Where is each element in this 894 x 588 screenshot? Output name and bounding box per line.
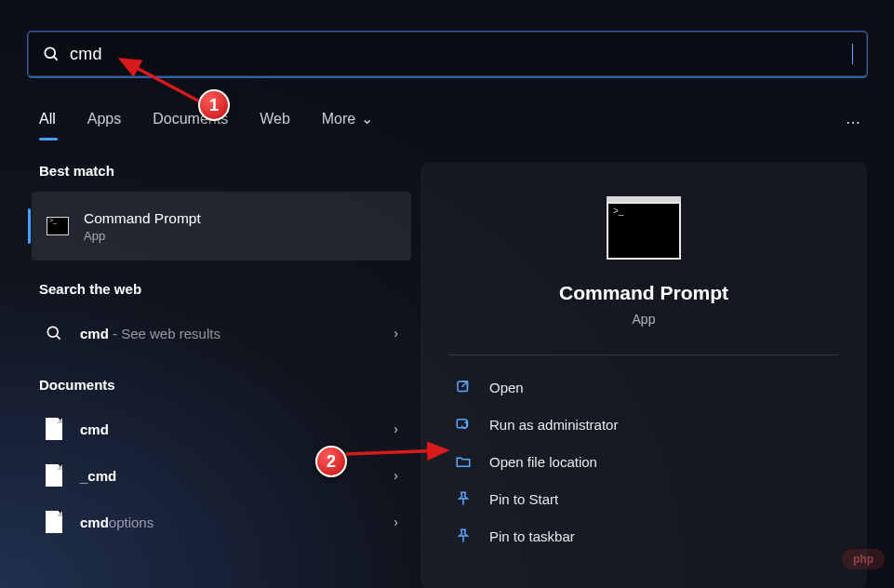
action-label: Run as administrator [489, 417, 618, 433]
preview-terminal-icon [607, 202, 681, 260]
web-result-bold: cmd [80, 326, 109, 341]
chevron-right-icon: › [394, 514, 398, 529]
folder-icon [454, 452, 473, 471]
tab-all[interactable]: All [39, 111, 56, 140]
terminal-icon [45, 213, 71, 239]
watermark: php [842, 549, 885, 569]
open-icon [454, 378, 473, 396]
svg-line-3 [57, 336, 60, 340]
section-documents: Documents [39, 377, 411, 393]
preview-pane: Command Prompt App Open Run as administr… [420, 163, 867, 588]
tab-web[interactable]: Web [260, 111, 290, 140]
chevron-right-icon: › [394, 468, 398, 483]
chevron-down-icon: ⌄ [361, 111, 373, 127]
doc-result-rest: options [109, 514, 153, 530]
svg-line-8 [121, 60, 205, 104]
shield-admin-icon [454, 415, 473, 434]
pin-icon [454, 527, 473, 545]
action-pin-taskbar[interactable]: Pin to taskbar [448, 517, 839, 555]
preview-title: Command Prompt [448, 282, 839, 304]
action-open-file-location[interactable]: Open file location [448, 443, 839, 480]
action-label: Pin to Start [489, 491, 558, 507]
chevron-right-icon: › [394, 326, 398, 341]
annotation-marker-1: 1 [198, 89, 230, 121]
doc-result-bold: cmd [87, 468, 116, 484]
action-run-as-admin[interactable]: Run as administrator [448, 406, 839, 443]
svg-point-0 [45, 47, 55, 58]
annotation-arrow-2 [342, 445, 454, 463]
web-search-result[interactable]: cmd - See web results › [28, 310, 411, 356]
text-cursor [852, 44, 853, 64]
section-search-web: Search the web [39, 281, 411, 297]
best-match-title: Command Prompt [84, 210, 398, 227]
doc-result-bold: cmd [80, 421, 109, 437]
search-icon [41, 320, 67, 346]
file-icon [41, 509, 67, 535]
svg-line-9 [346, 450, 447, 454]
file-icon [41, 416, 67, 442]
action-label: Open [489, 380, 524, 395]
section-best-match: Best match [39, 163, 411, 179]
web-result-rest: - See web results [109, 326, 220, 341]
doc-result-bold: cmd [80, 514, 109, 530]
search-icon [42, 45, 60, 63]
document-result[interactable]: cmdoptions › [28, 499, 411, 545]
best-match-subtitle: App [84, 229, 398, 243]
overflow-menu-icon[interactable]: ⋯ [846, 114, 862, 131]
divider [448, 354, 839, 355]
file-icon [41, 462, 67, 488]
action-open[interactable]: Open [448, 368, 839, 406]
tab-more-label: More [322, 111, 355, 127]
action-pin-start[interactable]: Pin to Start [448, 480, 839, 517]
tab-more[interactable]: More⌄ [322, 110, 373, 140]
chevron-right-icon: › [394, 421, 398, 436]
annotation-marker-2: 2 [315, 446, 347, 477]
preview-subtitle: App [448, 312, 839, 327]
action-label: Open file location [489, 454, 597, 470]
svg-point-2 [47, 327, 58, 337]
best-match-result[interactable]: Command Prompt App [32, 192, 411, 261]
svg-line-1 [54, 57, 58, 60]
pin-icon [454, 489, 473, 508]
results-column: Best match Command Prompt App Search the… [28, 163, 411, 545]
action-label: Pin to taskbar [489, 528, 575, 544]
